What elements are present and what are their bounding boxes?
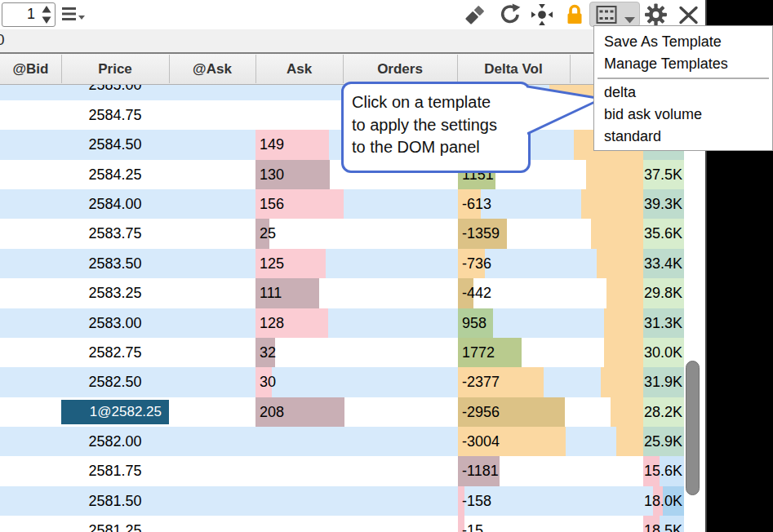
price-cell[interactable]: 2583.00 <box>61 308 169 338</box>
price-cell[interactable]: 2585.00 <box>61 85 169 100</box>
volume-cell[interactable]: 31.3K <box>570 308 684 338</box>
ask-size-cell[interactable]: 130 <box>255 160 330 189</box>
column-separator <box>255 55 256 83</box>
volume-bar-segment <box>604 308 643 338</box>
menu-item-manage-templates[interactable]: Manage Templates <box>594 53 772 75</box>
volume-cell[interactable]: 35.6K <box>570 219 684 248</box>
table-row[interactable]: 2583.50125-73633.4K <box>0 249 684 278</box>
lock-icon[interactable] <box>563 2 586 30</box>
delta-vol-cell[interactable]: 958 <box>458 308 493 338</box>
volume-cell[interactable]: 18.0K <box>570 486 684 516</box>
table-row[interactable]: 2582.00-300425.9K <box>0 427 684 456</box>
ask-size-cell[interactable]: 208 <box>255 397 344 427</box>
template-menu-button[interactable] <box>589 2 640 27</box>
volume-cell[interactable]: 25.9K <box>570 427 684 456</box>
bid-order-cell[interactable]: 1@2582.25 <box>61 400 169 424</box>
menu-separator <box>598 78 769 79</box>
price-cell[interactable]: 2582.75 <box>61 338 169 367</box>
table-row[interactable]: 2584.00156-61339.3K <box>0 189 684 219</box>
eraser-icon[interactable] <box>464 4 486 29</box>
price-cell[interactable]: 2581.25 <box>61 516 169 532</box>
table-row[interactable]: 2583.25111-44229.8K <box>0 278 684 308</box>
stepper-arrows-icon[interactable] <box>41 4 52 29</box>
delta-vol-cell[interactable]: -613 <box>458 189 481 219</box>
refresh-icon[interactable] <box>498 3 522 29</box>
delta-vol-cell[interactable]: -1181 <box>458 456 500 485</box>
column-header-price[interactable]: Price <box>61 54 169 84</box>
price-cell[interactable]: 2581.75 <box>61 456 169 485</box>
menu-item-bid-ask-volume[interactable]: bid ask volume <box>594 104 772 126</box>
close-icon[interactable] <box>678 6 699 28</box>
volume-cell[interactable]: 30.0K <box>570 338 684 367</box>
price-cell[interactable]: 2584.75 <box>61 100 169 130</box>
delta-vol-cell[interactable]: -15 <box>458 516 464 532</box>
volume-bar-segment <box>616 427 643 456</box>
volume-cell[interactable]: 33.4K <box>570 249 684 278</box>
table-row[interactable]: 2581.50-15818.0K <box>0 486 684 516</box>
menu-item-standard[interactable]: standard <box>594 126 772 148</box>
price-cell[interactable]: 2583.75 <box>61 219 169 248</box>
menu-item-delta[interactable]: delta <box>594 82 772 104</box>
template-dropdown-menu[interactable]: Save As TemplateManage Templatesdeltabid… <box>593 25 773 151</box>
menu-item-save-as-template[interactable]: Save As Template <box>594 31 772 53</box>
table-row[interactable]: 2583.7525-135935.6K <box>0 219 684 248</box>
volume-cell[interactable]: 39.3K <box>570 189 684 219</box>
ask-size-cell[interactable]: 156 <box>255 189 344 219</box>
ask-size-cell[interactable]: 30 <box>255 367 272 397</box>
volume-value: 35.6K <box>644 219 682 248</box>
price-cell[interactable]: 2584.25 <box>61 160 169 189</box>
delta-vol-cell[interactable]: -3004 <box>458 427 566 456</box>
price-cell[interactable]: 2584.50 <box>61 130 169 159</box>
column-header-deltavol[interactable]: Delta Vol <box>457 54 570 84</box>
table-row[interactable]: 2583.0012895831.3K <box>0 308 684 338</box>
column-header-ask[interactable]: Ask <box>255 54 343 84</box>
delta-vol-cell[interactable]: -2377 <box>458 367 544 397</box>
volume-cell[interactable]: 18.5K <box>570 516 684 532</box>
price-cell[interactable]: 2583.25 <box>61 278 169 308</box>
volume-value: 37.5K <box>644 160 682 189</box>
volume-value: 39.3K <box>644 189 682 219</box>
table-row[interactable]: 2582.7532177230.0K <box>0 338 684 367</box>
callout-text-line: to apply the settings <box>344 114 528 137</box>
volume-cell[interactable]: 37.5K <box>570 160 684 189</box>
column-header-bid[interactable]: @Bid <box>0 54 61 84</box>
table-row[interactable]: 2581.25-1518.5K <box>0 516 684 532</box>
delta-vol-cell[interactable]: -1359 <box>458 219 507 248</box>
table-row[interactable]: 2582.5030-237731.9K <box>0 367 684 397</box>
delta-vol-cell[interactable]: -158 <box>458 486 464 516</box>
table-row[interactable]: 1@2582.25208-295628.2K <box>0 397 684 427</box>
ask-size-cell[interactable]: 128 <box>255 308 328 338</box>
quantity-stepper[interactable]: 1 <box>2 2 56 27</box>
price-cell[interactable]: 2583.50 <box>61 249 169 278</box>
quantity-value[interactable]: 1 <box>27 6 35 23</box>
delta-vol-cell[interactable]: 1772 <box>458 338 522 367</box>
column-separator <box>343 55 344 83</box>
price-cell[interactable]: 2581.50 <box>61 486 169 516</box>
price-cell[interactable]: 2582.50 <box>61 367 169 397</box>
ask-size-cell[interactable]: 149 <box>255 130 329 159</box>
callout-text-line: Click on a template <box>344 91 528 114</box>
volume-cell[interactable]: 31.9K <box>570 367 684 397</box>
volume-value: 18.0K <box>644 486 682 516</box>
ask-size-cell[interactable]: 125 <box>255 249 326 278</box>
scrollbar-thumb[interactable] <box>686 361 700 495</box>
table-row[interactable]: 2581.75-118115.6K <box>0 456 684 485</box>
price-cell[interactable]: 2582.00 <box>61 427 169 456</box>
column-separator <box>169 55 170 83</box>
column-header-orders[interactable]: Orders <box>343 54 457 84</box>
volume-cell[interactable]: 15.6K <box>570 456 684 485</box>
ask-size-cell[interactable]: 111 <box>255 278 319 308</box>
hamburger-menu-icon[interactable] <box>62 4 87 29</box>
delta-vol-cell[interactable]: -2956 <box>458 397 565 427</box>
ask-size-cell[interactable]: 25 <box>255 219 269 248</box>
center-icon[interactable] <box>531 4 553 29</box>
volume-value: 25.9K <box>644 427 682 456</box>
ask-size-cell[interactable]: 32 <box>255 338 275 367</box>
volume-cell[interactable]: 28.2K <box>570 397 684 427</box>
volume-cell[interactable]: 29.8K <box>570 278 684 308</box>
delta-vol-cell[interactable]: -736 <box>458 249 485 278</box>
delta-vol-cell[interactable]: -442 <box>458 278 473 308</box>
column-header-ask[interactable]: @Ask <box>169 54 255 84</box>
volume-bar-segment <box>597 249 643 278</box>
price-cell[interactable]: 2584.00 <box>61 189 169 219</box>
